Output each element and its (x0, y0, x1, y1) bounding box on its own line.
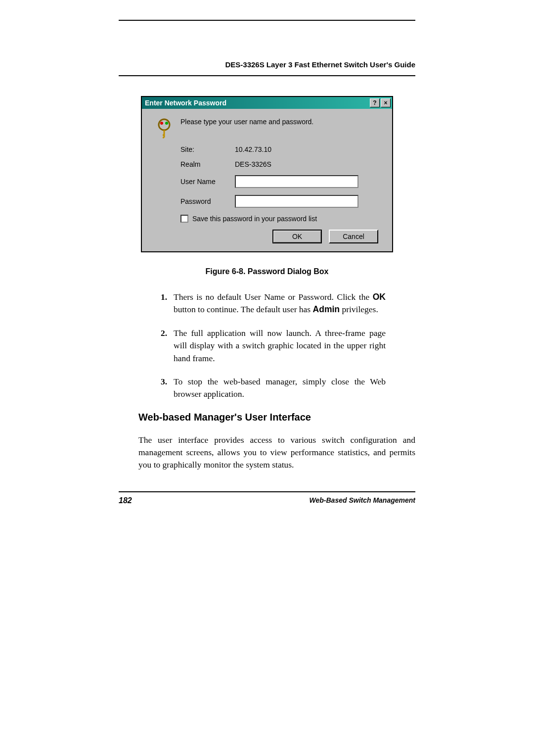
header-rule (119, 75, 415, 76)
save-password-label: Save this password in your password list (192, 215, 317, 223)
list-item: 2. The full application will now launch.… (161, 327, 386, 365)
ordered-list: 1. Thers is no default User Name or Pass… (161, 291, 386, 401)
section-heading: Web-based Manager's User Interface (138, 412, 415, 423)
password-label: Password (180, 197, 235, 205)
password-input[interactable] (235, 195, 358, 208)
page-header: DES-3326S Layer 3 Fast Ethernet Switch U… (119, 60, 415, 70)
realm-value: DES-3326S (235, 160, 383, 168)
username-label: User Name (180, 178, 235, 186)
footer-title: Web-Based Switch Management (310, 496, 415, 505)
help-icon[interactable]: ? (370, 98, 380, 107)
username-input[interactable] (235, 175, 358, 188)
password-dialog: Enter Network Password ? × (141, 96, 393, 252)
close-icon[interactable]: × (381, 98, 391, 107)
cancel-button[interactable]: Cancel (329, 230, 378, 243)
dialog-title: Enter Network Password (145, 99, 226, 107)
key-ring-icon (155, 118, 176, 139)
save-password-checkbox[interactable] (180, 215, 188, 223)
page-footer: 182 Web-Based Switch Management (119, 496, 415, 505)
site-value: 10.42.73.10 (235, 145, 383, 153)
page-number: 182 (119, 496, 132, 505)
dialog-titlebar: Enter Network Password ? × (142, 97, 392, 109)
top-rule (119, 20, 415, 21)
figure-caption: Figure 6-8. Password Dialog Box (119, 267, 415, 276)
dialog-instruction: Please type your user name and password. (180, 118, 383, 126)
svg-point-1 (160, 122, 163, 125)
section-paragraph: The user interface provides access to va… (138, 434, 415, 472)
svg-point-0 (159, 119, 170, 130)
site-label: Site: (180, 145, 235, 153)
list-item: 1. Thers is no default User Name or Pass… (161, 291, 386, 316)
footer-rule (119, 491, 415, 492)
svg-point-2 (165, 122, 168, 125)
ok-button[interactable]: OK (272, 230, 322, 243)
realm-label: Realm (180, 160, 235, 168)
list-item: 3. To stop the web-based manager, simply… (161, 376, 386, 401)
